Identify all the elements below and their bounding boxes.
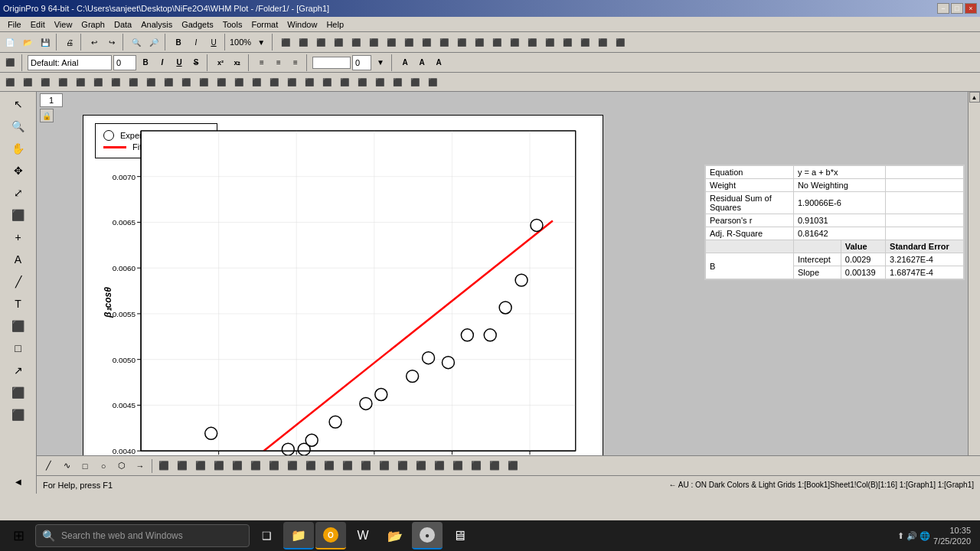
menu-gadgets[interactable]: Gadgets [177,17,218,32]
italic-btn[interactable]: I [188,34,204,51]
db6[interactable]: ⬛ [247,458,264,474]
task-view-btn[interactable]: ❑ [251,522,282,549]
line-tool[interactable]: ╱ [8,271,29,292]
annotate-tool[interactable]: A [8,249,29,270]
folder-btn2[interactable]: 📂 [380,522,410,549]
db9[interactable]: ⬛ [302,458,319,474]
align-right[interactable]: ≡ [288,55,303,70]
draw-circle[interactable]: ○ [95,458,112,474]
italic-format[interactable]: I [155,55,170,70]
db4[interactable]: ⬛ [211,458,227,474]
tb11[interactable]: ⬛ [453,34,470,51]
t2b5[interactable]: ⬛ [72,73,89,90]
t2b24[interactable]: ⬛ [407,73,423,90]
color-outline[interactable]: A [414,55,430,70]
menu-tools[interactable]: Tools [218,17,247,32]
draw-curve[interactable]: ∿ [58,458,75,474]
extra-tool[interactable]: ⬛ [8,404,29,425]
lock-icon[interactable]: 🔒 [40,109,54,122]
db13[interactable]: ⬛ [376,458,393,474]
taskbar-search[interactable]: 🔍 Search the web and Windows [35,524,250,547]
db14[interactable]: ⬛ [394,458,411,474]
db15[interactable]: ⬛ [413,458,430,474]
zoom-in-btn[interactable]: 🔍 [128,34,145,51]
t2b23[interactable]: ⬛ [389,73,406,90]
menu-format[interactable]: Format [247,17,283,32]
db10[interactable]: ⬛ [321,458,338,474]
db16[interactable]: ⬛ [431,458,448,474]
origin-btn[interactable]: O [315,522,346,549]
t2b19[interactable]: ⬛ [318,73,335,90]
t2b11[interactable]: ⬛ [178,73,194,90]
font-select[interactable] [28,55,112,70]
bold-format[interactable]: B [138,55,153,70]
t2b20[interactable]: ⬛ [336,73,353,90]
t2b15[interactable]: ⬛ [248,73,265,90]
db17[interactable]: ⬛ [449,458,466,474]
tb12[interactable]: ⬛ [471,34,488,51]
menu-help[interactable]: Help [322,17,348,32]
t2b1[interactable]: ⬛ [2,73,18,90]
t2b10[interactable]: ⬛ [160,73,177,90]
new-btn[interactable]: 📄 [2,34,18,51]
align-left[interactable]: ≡ [254,55,270,70]
menu-view[interactable]: View [50,17,77,32]
draw-arrow[interactable]: → [132,458,149,474]
tb20[interactable]: ⬛ [612,34,629,51]
tb14[interactable]: ⬛ [506,34,523,51]
restore-button[interactable]: □ [951,3,963,14]
menu-edit[interactable]: Edit [26,17,50,32]
menu-window[interactable]: Window [283,17,322,32]
t2b4[interactable]: ⬛ [54,73,71,90]
db8[interactable]: ⬛ [284,458,301,474]
layer-btn[interactable]: ⬛ [2,54,18,71]
tb9[interactable]: ⬛ [418,34,435,51]
bold-btn[interactable]: B [170,34,187,51]
db2[interactable]: ⬛ [174,458,191,474]
tb5[interactable]: ⬛ [348,34,364,51]
tb10[interactable]: ⬛ [436,34,452,51]
minimize-button[interactable]: − [937,3,949,14]
undo-btn[interactable]: ↩ [86,34,103,51]
t2b3[interactable]: ⬛ [37,73,54,90]
menu-data[interactable]: Data [109,17,136,32]
tb3[interactable]: ⬛ [312,34,329,51]
subscript-btn[interactable]: x₂ [230,55,245,70]
t2b8[interactable]: ⬛ [125,73,142,90]
redo-btn[interactable]: ↪ [103,34,120,51]
message-tool[interactable]: ⬛ [8,315,29,337]
font-size[interactable] [113,55,136,70]
tb1[interactable]: ⬛ [277,34,294,51]
t2b12[interactable]: ⬛ [195,73,212,90]
tb15[interactable]: ⬛ [524,34,541,51]
start-button[interactable]: ⊞ [3,522,34,549]
tb18[interactable]: ⬛ [577,34,593,51]
db18[interactable]: ⬛ [468,458,485,474]
collapse-btn[interactable]: ◀ [8,471,29,492]
db12[interactable]: ⬛ [358,458,374,474]
word-btn[interactable]: W [348,522,378,549]
zoom-dropdown[interactable]: ▼ [253,34,270,51]
file-explorer-btn[interactable]: 📁 [283,522,314,549]
menu-analysis[interactable]: Analysis [136,17,177,32]
color-line2[interactable]: A [431,55,446,70]
superscript-btn[interactable]: x² [213,55,228,70]
zoom-out-btn[interactable]: 🔎 [145,34,162,51]
db11[interactable]: ⬛ [339,458,356,474]
region-tool[interactable]: ⬛ [8,382,29,403]
strikethrough-format[interactable]: S [188,55,204,70]
underline-format[interactable]: U [172,55,187,70]
t2b9[interactable]: ⬛ [142,73,159,90]
t2b21[interactable]: ⬛ [354,73,371,90]
tb13[interactable]: ⬛ [488,34,505,51]
data-reader[interactable]: + [8,227,29,248]
db3[interactable]: ⬛ [192,458,209,474]
t2b16[interactable]: ⬛ [266,73,283,90]
t2b13[interactable]: ⬛ [213,73,230,90]
t2b17[interactable]: ⬛ [283,73,300,90]
open-btn[interactable]: 📂 [19,34,36,51]
close-button[interactable]: × [965,3,977,14]
scroll-up-btn[interactable]: ▲ [969,92,980,103]
color-fill[interactable]: A [397,55,413,70]
print-btn[interactable]: 🖨 [61,34,78,51]
